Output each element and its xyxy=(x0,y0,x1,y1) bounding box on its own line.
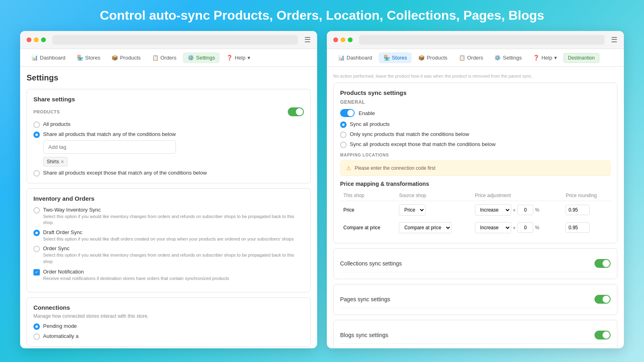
order-notification-item[interactable]: ✓ Order Notification Receive email notif… xyxy=(33,269,304,282)
compare-plus-sign: + xyxy=(513,225,516,231)
compare-this-shop: Compare at price xyxy=(340,219,396,237)
products-toggle[interactable] xyxy=(288,107,304,116)
close-button[interactable] xyxy=(27,37,31,42)
connections-desc: Manage how connected stores interact wit… xyxy=(33,313,304,319)
mapping-alert: ⚠ Please enter the connection code first xyxy=(340,160,611,176)
draft-order-radio[interactable] xyxy=(33,230,40,236)
pending-mode-option[interactable]: Pending mode xyxy=(33,323,304,330)
compare-adjustment-type[interactable]: Increase Decrease xyxy=(475,222,511,233)
two-way-radio[interactable] xyxy=(33,207,40,214)
price-source-select[interactable]: Price xyxy=(399,204,425,216)
hamburger-icon[interactable]: ☰ xyxy=(304,35,311,44)
pending-mode-radio[interactable] xyxy=(33,323,40,330)
enable-toggle[interactable] xyxy=(340,109,355,117)
plus-sign: + xyxy=(513,207,516,213)
shirts-tag: Shirts × xyxy=(43,157,68,167)
nav-stores[interactable]: 🏪 Stores xyxy=(72,52,105,63)
products-icon: 📦 xyxy=(111,55,118,61)
order-sync-radio[interactable] xyxy=(33,246,40,252)
percent-sign: % xyxy=(535,207,539,213)
right-close-button[interactable] xyxy=(333,37,338,42)
collections-toggle[interactable] xyxy=(594,259,611,268)
maximize-button[interactable] xyxy=(41,37,46,42)
right-nav-settings[interactable]: ⚙️ Settings xyxy=(489,52,526,63)
nav-products[interactable]: 📦 Products xyxy=(107,52,145,63)
right-nav-help[interactable]: ❓ Help ▾ xyxy=(528,52,562,63)
sync-match-option[interactable]: Only sync products that match the condit… xyxy=(340,131,611,138)
right-stores-icon: 🏪 xyxy=(384,55,390,61)
draft-order-option[interactable]: Draft Order Sync Select this option if y… xyxy=(33,229,304,242)
right-content: No action performed, leave the product h… xyxy=(327,67,624,348)
blogs-sync-label: Blogs sync settings xyxy=(340,332,388,338)
stores-icon: 🏪 xyxy=(77,55,83,61)
price-source-shop: Price xyxy=(396,201,471,219)
nav-help[interactable]: ❓ Help ▾ xyxy=(221,52,255,63)
remove-tag-button[interactable]: × xyxy=(61,158,64,165)
minimize-button[interactable] xyxy=(34,37,39,42)
all-products-option[interactable]: All products xyxy=(33,121,304,128)
connections-card: Connections Manage how connected stores … xyxy=(27,297,311,347)
tag-input[interactable] xyxy=(43,140,176,154)
inventory-title: Inventory and Orders xyxy=(33,195,304,202)
sync-all-radio[interactable] xyxy=(340,121,347,128)
price-adjustment-type[interactable]: Increase Decrease xyxy=(475,204,511,216)
collections-sync-label: Collections sync settings xyxy=(340,260,402,267)
products-label: PRODUCTS xyxy=(33,107,304,116)
right-minimize-button[interactable] xyxy=(341,37,345,42)
connections-title: Connections xyxy=(33,304,304,311)
match-conditions-option[interactable]: Share all products that match any of the… xyxy=(33,131,304,167)
right-hamburger-icon[interactable]: ☰ xyxy=(611,35,617,44)
right-nav-orders[interactable]: 📋 Orders xyxy=(454,52,488,63)
price-rounding-input[interactable] xyxy=(566,205,590,215)
blogs-toggle[interactable] xyxy=(594,331,611,339)
order-sync-option[interactable]: Order Sync Select this option if you wou… xyxy=(33,245,304,265)
search-bar[interactable] xyxy=(52,35,298,45)
auto-option[interactable]: Automatically a xyxy=(33,333,304,340)
sync-all-option[interactable]: Sync all products xyxy=(340,121,611,128)
sync-except-option[interactable]: Sync all products except those that matc… xyxy=(340,141,611,148)
sync-except-radio[interactable] xyxy=(340,142,347,148)
match-conditions-radio[interactable] xyxy=(33,132,40,138)
right-maximize-button[interactable] xyxy=(348,37,353,42)
left-nav: 📊 Dashboard 🏪 Stores 📦 Products 📋 Orders… xyxy=(20,49,317,67)
help-icon: ❓ xyxy=(226,55,233,61)
right-nav-products[interactable]: 📦 Products xyxy=(413,52,452,63)
price-row-1: Price Price Increase Decrea xyxy=(340,201,611,219)
right-help-icon: ❓ xyxy=(533,55,539,61)
compare-source-select[interactable]: Compare at price xyxy=(399,222,452,233)
right-search-bar[interactable] xyxy=(359,35,605,45)
sync-options-group: Sync all products Only sync products tha… xyxy=(340,121,611,148)
nav-dashboard[interactable]: 📊 Dashboard xyxy=(27,52,70,63)
enable-label: Enable xyxy=(359,110,375,116)
price-adjustment-value[interactable] xyxy=(517,205,533,215)
nav-orders[interactable]: 📋 Orders xyxy=(147,52,182,63)
left-panel: ☰ 📊 Dashboard 🏪 Stores 📦 Products 📋 Orde… xyxy=(20,31,317,348)
order-notification-checkbox[interactable]: ✓ xyxy=(33,269,40,276)
compare-rounding-cell xyxy=(562,219,611,237)
except-conditions-option[interactable]: Share all products except those that mat… xyxy=(33,170,304,177)
share-settings-card: Share settings PRODUCTS All products Sha… xyxy=(27,89,311,183)
col-price-rounding: Price rounding xyxy=(562,190,611,201)
col-source-shop: Source shop xyxy=(396,190,471,201)
right-nav-dashboard[interactable]: 📊 Dashboard xyxy=(333,52,377,63)
two-way-sync-option[interactable]: Two-Way Inventory Sync Select this optio… xyxy=(33,207,304,226)
left-content: Settings Share settings PRODUCTS All pro… xyxy=(20,67,317,348)
inventory-orders-card: Inventory and Orders Two-Way Inventory S… xyxy=(27,188,311,292)
col-price-adjustment: Price adjustment xyxy=(472,190,563,201)
right-nav: 📊 Dashboard 🏪 Stores 📦 Products 📋 Orders… xyxy=(327,49,624,67)
except-conditions-radio[interactable] xyxy=(33,170,40,177)
mapping-locations-label: MAPPING LOCATIONS xyxy=(340,153,611,157)
collections-sync-row: Collections sync settings xyxy=(340,255,611,272)
pages-toggle[interactable] xyxy=(594,295,611,304)
all-products-radio[interactable] xyxy=(33,121,40,128)
compare-rounding-input[interactable] xyxy=(566,222,590,233)
left-titlebar: ☰ xyxy=(20,31,317,49)
blogs-sync-row: Blogs sync settings xyxy=(340,327,611,344)
right-nav-stores[interactable]: 🏪 Stores xyxy=(379,52,412,63)
price-this-shop: Price xyxy=(340,201,396,219)
nav-settings[interactable]: ⚙️ Settings xyxy=(183,52,220,63)
auto-radio[interactable] xyxy=(33,333,40,340)
sync-match-radio[interactable] xyxy=(340,132,347,138)
window-controls xyxy=(27,37,46,42)
compare-adjustment-value[interactable] xyxy=(517,222,533,233)
